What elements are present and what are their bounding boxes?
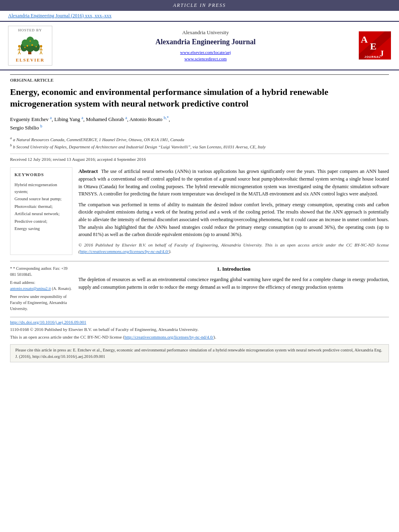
footnote-peer-review: Peer review under responsibility of Facu… (10, 294, 72, 312)
author-sup-b2: b (40, 124, 42, 128)
doi-section: http://dx.doi.org/10.1016/j.aej.2016.09.… (10, 317, 389, 340)
doi-link[interactable]: http://dx.doi.org/10.1016/j.aej.2016.09.… (10, 320, 86, 325)
svg-text:E: E (370, 41, 376, 51)
email-link[interactable]: antonio.rosato@unina2.it (10, 286, 51, 291)
svg-point-18 (40, 45, 42, 47)
doi-cc-link[interactable]: http://creativecommons.org/licenses/by-n… (124, 335, 214, 339)
keyword-1: Hybrid microgeneration system; (14, 181, 68, 195)
section-divider (10, 261, 389, 261)
affiliation-a: a a Natural Resources Canada, CanmetENER… (10, 136, 389, 143)
svg-point-7 (27, 45, 28, 47)
svg-text:JOURNAL: JOURNAL (364, 55, 381, 58)
journal-links: www.elsevier.com/locate/aej www.scienced… (56, 49, 355, 62)
abstract-copyright: © 2016 Published by Elsevier B.V. on beh… (78, 242, 389, 255)
svg-point-6 (32, 39, 39, 47)
hosted-by-box: HOSTED BY (8, 26, 52, 66)
keyword-3: Photovoltaic thermal; (14, 203, 68, 210)
keyword-2: Ground source heat pump; (14, 195, 68, 203)
abstract-paragraph2: The comparison was performed in terms of… (78, 201, 389, 238)
intro-paragraph: The depletion of resources as well as an… (78, 276, 389, 291)
intro-heading: 1. Introduction (78, 265, 389, 273)
intro-text: The depletion of resources as well as an… (78, 276, 389, 291)
footnotes-column: * * Corresponding author. Fax: +39 081 5… (10, 265, 72, 314)
aej-logo-icon: A E J JOURNAL (359, 31, 391, 60)
svg-point-12 (18, 45, 21, 47)
introduction-section: * * Corresponding author. Fax: +39 081 5… (10, 265, 389, 314)
article-in-press-banner: ARTICLE IN PRESS (0, 0, 399, 11)
doi-copyright: 1110-0168 © 2016 Published by Elsevier B… (10, 327, 389, 333)
abstract-paragraph1: The use of artificial neural networks (A… (78, 168, 389, 197)
author-sup-a1: a (50, 115, 51, 120)
author-sup-a2: a (81, 115, 83, 120)
article-type-label: ORIGINAL ARTICLE (10, 74, 389, 83)
footnote-star-icon: * (10, 266, 12, 271)
svg-line-23 (41, 52, 42, 54)
aej-logo: A E J JOURNAL (359, 31, 391, 60)
introduction-column: 1. Introduction The depletion of resourc… (78, 265, 389, 314)
received-line: Received 12 July 2016; revised 13 August… (10, 154, 389, 162)
author-sup-b: b,* (164, 115, 169, 120)
keywords-title: KEYWORDS (14, 172, 68, 178)
elsevier-logo: ELSEVIER (16, 34, 45, 63)
doi-open-access: This is an open access article under the… (10, 334, 389, 340)
elsevier-tree-icon (16, 34, 44, 56)
main-content: ORIGINAL ARTICLE Energy, economic and en… (0, 70, 399, 367)
affiliations: a a Natural Resources Canada, CanmetENER… (10, 136, 389, 150)
keyword-6: Energy saving (14, 225, 68, 232)
journal-header: HOSTED BY (0, 21, 399, 70)
affiliation-b: b b Second University of Naples, Departm… (10, 143, 389, 150)
svg-line-22 (40, 52, 41, 54)
keyword-4: Artificial neural network; (14, 210, 68, 218)
keyword-5: Predictive control; (14, 218, 68, 225)
journal-link[interactable]: Alexandria Engineering Journal (2016) xx… (0, 11, 399, 21)
abstract-column: Abstract The use of artificial neural ne… (78, 167, 389, 255)
elsevier-link[interactable]: www.elsevier.com/locate/aej (180, 50, 231, 55)
abstract-label: Abstract (78, 168, 98, 174)
keywords-column: KEYWORDS Hybrid microgeneration system; … (10, 167, 72, 255)
svg-point-11 (29, 41, 31, 42)
author-sup-a3: a (125, 115, 127, 120)
svg-point-9 (24, 47, 25, 48)
svg-point-10 (35, 46, 37, 47)
hosted-by-label: HOSTED BY (18, 28, 42, 33)
svg-line-16 (18, 52, 19, 54)
university-name: Alexandria University (56, 29, 355, 36)
sciencedirect-link[interactable]: www.sciencedirect.com (185, 56, 227, 61)
svg-point-8 (31, 44, 33, 46)
citation-notice: Please cite this article in press as: E.… (10, 344, 389, 363)
elsevier-name: ELSEVIER (16, 57, 45, 63)
citation-text: Please cite this article in press as: E.… (15, 348, 382, 359)
svg-text:A: A (361, 34, 368, 45)
keywords-abstract-section: KEYWORDS Hybrid microgeneration system; … (10, 167, 389, 255)
paper-title: Energy, economic and environmental perfo… (10, 86, 389, 109)
header-center: Alexandria University Alexandria Enginee… (56, 29, 355, 62)
journal-title: Alexandria Engineering Journal (56, 37, 355, 47)
authors-line: Evgueniy Entchev a, Libing Yang a, Moham… (10, 115, 389, 131)
footnote-corresponding: * * Corresponding author. Fax: +39 081 5… (10, 265, 72, 277)
footnote-email: E-mail address: antonio.rosato@unina2.it… (10, 279, 72, 292)
abstract-cc-link[interactable]: http://creativecommons.org/licenses/by-n… (80, 249, 169, 254)
abstract-text: Abstract The use of artificial neural ne… (78, 167, 389, 255)
svg-line-17 (19, 52, 21, 54)
